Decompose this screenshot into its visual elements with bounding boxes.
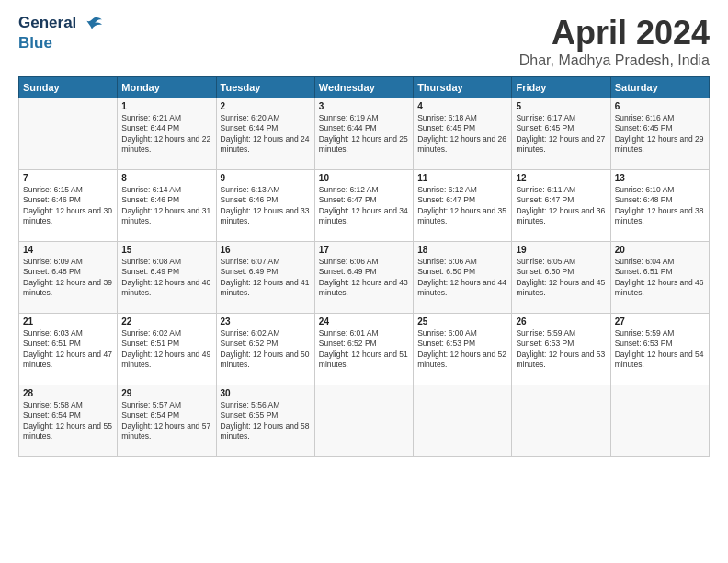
cell-info: Sunrise: 5:58 AMSunset: 6:54 PMDaylight:… bbox=[23, 400, 113, 442]
logo-bird-icon bbox=[83, 14, 103, 34]
day-number: 5 bbox=[516, 101, 606, 111]
day-number: 7 bbox=[23, 173, 113, 183]
cell-info: Sunrise: 6:21 AMSunset: 6:44 PMDaylight:… bbox=[121, 113, 211, 155]
day-number: 18 bbox=[417, 245, 507, 255]
day-number: 9 bbox=[221, 173, 311, 183]
day-number: 17 bbox=[319, 245, 409, 255]
day-number: 21 bbox=[23, 316, 113, 327]
calendar-cell: 16Sunrise: 6:07 AMSunset: 6:49 PMDayligh… bbox=[216, 242, 314, 314]
cell-info: Sunrise: 6:12 AMSunset: 6:47 PMDaylight:… bbox=[319, 185, 409, 227]
weekday-header: Tuesday bbox=[216, 77, 314, 98]
day-number: 2 bbox=[221, 101, 311, 111]
cell-info: Sunrise: 6:11 AMSunset: 6:47 PMDaylight:… bbox=[516, 185, 606, 227]
header: General Blue April 2024 Dhar, Madhya Pra… bbox=[18, 14, 710, 69]
day-number: 30 bbox=[221, 388, 311, 398]
calendar-cell: 12Sunrise: 6:11 AMSunset: 6:47 PMDayligh… bbox=[512, 170, 610, 242]
day-number: 10 bbox=[319, 173, 409, 183]
day-number: 23 bbox=[221, 316, 311, 327]
day-number: 12 bbox=[516, 173, 606, 183]
calendar-week-row: 7Sunrise: 6:15 AMSunset: 6:46 PMDaylight… bbox=[19, 170, 710, 242]
cell-info: Sunrise: 6:02 AMSunset: 6:52 PMDaylight:… bbox=[221, 328, 311, 371]
day-number: 28 bbox=[23, 388, 113, 398]
cell-info: Sunrise: 6:17 AMSunset: 6:45 PMDaylight:… bbox=[516, 113, 606, 155]
cell-info: Sunrise: 6:20 AMSunset: 6:44 PMDaylight:… bbox=[221, 113, 311, 155]
logo-text-line1: General bbox=[18, 14, 103, 34]
weekday-header: Saturday bbox=[610, 77, 709, 98]
calendar-cell: 20Sunrise: 6:04 AMSunset: 6:51 PMDayligh… bbox=[610, 242, 709, 314]
calendar-cell: 10Sunrise: 6:12 AMSunset: 6:47 PMDayligh… bbox=[314, 170, 413, 242]
cell-info: Sunrise: 6:18 AMSunset: 6:45 PMDaylight:… bbox=[417, 113, 507, 155]
calendar-cell bbox=[512, 385, 610, 457]
day-number: 20 bbox=[615, 245, 705, 255]
cell-info: Sunrise: 5:57 AMSunset: 6:54 PMDaylight:… bbox=[121, 400, 211, 442]
weekday-header: Monday bbox=[118, 77, 216, 98]
cell-info: Sunrise: 6:06 AMSunset: 6:49 PMDaylight:… bbox=[319, 257, 409, 299]
calendar-cell: 17Sunrise: 6:06 AMSunset: 6:49 PMDayligh… bbox=[314, 242, 413, 314]
cell-info: Sunrise: 6:03 AMSunset: 6:51 PMDaylight:… bbox=[23, 328, 113, 371]
cell-info: Sunrise: 6:15 AMSunset: 6:46 PMDaylight:… bbox=[23, 185, 113, 227]
day-number: 29 bbox=[121, 388, 211, 398]
cell-info: Sunrise: 6:08 AMSunset: 6:49 PMDaylight:… bbox=[121, 257, 211, 299]
cell-info: Sunrise: 5:59 AMSunset: 6:53 PMDaylight:… bbox=[615, 328, 705, 371]
calendar-week-row: 14Sunrise: 6:09 AMSunset: 6:48 PMDayligh… bbox=[19, 242, 710, 314]
cell-info: Sunrise: 6:05 AMSunset: 6:50 PMDaylight:… bbox=[516, 257, 606, 299]
calendar-cell: 2Sunrise: 6:20 AMSunset: 6:44 PMDaylight… bbox=[216, 98, 314, 170]
calendar-header-row: SundayMondayTuesdayWednesdayThursdayFrid… bbox=[19, 77, 710, 98]
cell-info: Sunrise: 6:04 AMSunset: 6:51 PMDaylight:… bbox=[615, 257, 705, 299]
calendar-cell: 14Sunrise: 6:09 AMSunset: 6:48 PMDayligh… bbox=[19, 242, 118, 314]
calendar-cell: 25Sunrise: 6:00 AMSunset: 6:53 PMDayligh… bbox=[414, 314, 512, 385]
weekday-header: Sunday bbox=[19, 77, 118, 98]
location-title: Dhar, Madhya Pradesh, India bbox=[519, 52, 710, 69]
calendar-cell: 23Sunrise: 6:02 AMSunset: 6:52 PMDayligh… bbox=[216, 314, 314, 385]
calendar-cell bbox=[414, 385, 512, 457]
day-number: 19 bbox=[516, 245, 606, 255]
logo: General Blue bbox=[18, 14, 103, 52]
page-container: General Blue April 2024 Dhar, Madhya Pra… bbox=[0, 0, 728, 466]
cell-info: Sunrise: 6:01 AMSunset: 6:52 PMDaylight:… bbox=[319, 328, 409, 371]
cell-info: Sunrise: 5:59 AMSunset: 6:53 PMDaylight:… bbox=[516, 328, 606, 371]
weekday-header: Wednesday bbox=[314, 77, 413, 98]
calendar-cell: 21Sunrise: 6:03 AMSunset: 6:51 PMDayligh… bbox=[19, 314, 118, 385]
day-number: 1 bbox=[121, 101, 211, 111]
calendar-cell: 13Sunrise: 6:10 AMSunset: 6:48 PMDayligh… bbox=[610, 170, 709, 242]
day-number: 8 bbox=[121, 173, 211, 183]
calendar-cell: 27Sunrise: 5:59 AMSunset: 6:53 PMDayligh… bbox=[610, 314, 709, 385]
calendar-cell: 4Sunrise: 6:18 AMSunset: 6:45 PMDaylight… bbox=[414, 98, 512, 170]
calendar-week-row: 28Sunrise: 5:58 AMSunset: 6:54 PMDayligh… bbox=[19, 385, 710, 457]
cell-info: Sunrise: 6:10 AMSunset: 6:48 PMDaylight:… bbox=[615, 185, 705, 227]
weekday-header: Friday bbox=[512, 77, 610, 98]
day-number: 16 bbox=[221, 245, 311, 255]
month-title: April 2024 bbox=[519, 14, 710, 52]
calendar-cell: 24Sunrise: 6:01 AMSunset: 6:52 PMDayligh… bbox=[314, 314, 413, 385]
day-number: 4 bbox=[417, 101, 507, 111]
day-number: 14 bbox=[23, 245, 113, 255]
cell-info: Sunrise: 6:02 AMSunset: 6:51 PMDaylight:… bbox=[121, 328, 211, 371]
calendar-cell: 19Sunrise: 6:05 AMSunset: 6:50 PMDayligh… bbox=[512, 242, 610, 314]
calendar-week-row: 1Sunrise: 6:21 AMSunset: 6:44 PMDaylight… bbox=[19, 98, 710, 170]
cell-info: Sunrise: 6:09 AMSunset: 6:48 PMDaylight:… bbox=[23, 257, 113, 299]
cell-info: Sunrise: 6:14 AMSunset: 6:46 PMDaylight:… bbox=[121, 185, 211, 227]
day-number: 22 bbox=[121, 316, 211, 327]
cell-info: Sunrise: 6:00 AMSunset: 6:53 PMDaylight:… bbox=[417, 328, 507, 371]
day-number: 25 bbox=[417, 316, 507, 327]
day-number: 26 bbox=[516, 316, 606, 327]
calendar-cell: 3Sunrise: 6:19 AMSunset: 6:44 PMDaylight… bbox=[314, 98, 413, 170]
day-number: 3 bbox=[319, 101, 409, 111]
logo-text-line2: Blue bbox=[18, 34, 103, 52]
calendar-cell: 28Sunrise: 5:58 AMSunset: 6:54 PMDayligh… bbox=[19, 385, 118, 457]
day-number: 13 bbox=[615, 173, 705, 183]
calendar-week-row: 21Sunrise: 6:03 AMSunset: 6:51 PMDayligh… bbox=[19, 314, 710, 385]
cell-info: Sunrise: 6:13 AMSunset: 6:46 PMDaylight:… bbox=[221, 185, 311, 227]
cell-info: Sunrise: 6:12 AMSunset: 6:47 PMDaylight:… bbox=[417, 185, 507, 227]
cell-info: Sunrise: 5:56 AMSunset: 6:55 PMDaylight:… bbox=[221, 400, 311, 442]
calendar-cell: 22Sunrise: 6:02 AMSunset: 6:51 PMDayligh… bbox=[118, 314, 216, 385]
weekday-header: Thursday bbox=[414, 77, 512, 98]
calendar-cell: 30Sunrise: 5:56 AMSunset: 6:55 PMDayligh… bbox=[216, 385, 314, 457]
day-number: 15 bbox=[121, 245, 211, 255]
title-block: April 2024 Dhar, Madhya Pradesh, India bbox=[519, 14, 710, 69]
calendar-cell: 6Sunrise: 6:16 AMSunset: 6:45 PMDaylight… bbox=[610, 98, 709, 170]
calendar-cell: 26Sunrise: 5:59 AMSunset: 6:53 PMDayligh… bbox=[512, 314, 610, 385]
calendar-cell bbox=[610, 385, 709, 457]
calendar-cell: 7Sunrise: 6:15 AMSunset: 6:46 PMDaylight… bbox=[19, 170, 118, 242]
cell-info: Sunrise: 6:16 AMSunset: 6:45 PMDaylight:… bbox=[615, 113, 705, 155]
